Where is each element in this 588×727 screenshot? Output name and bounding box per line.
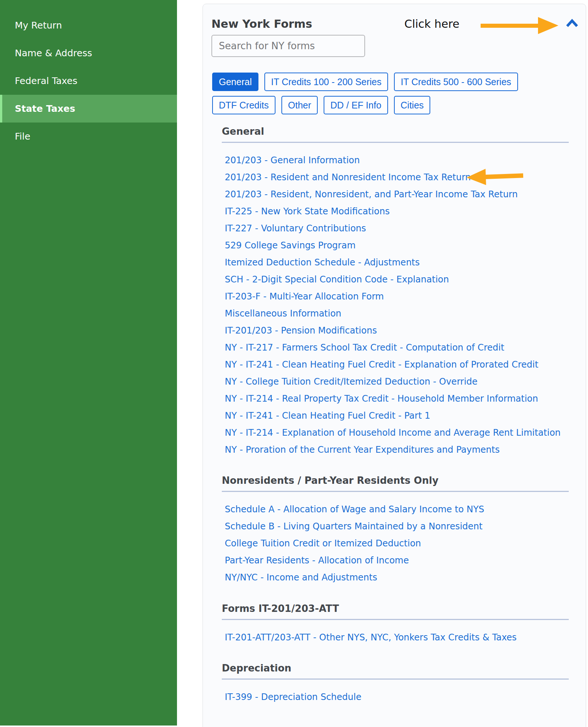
form-link[interactable]: IT-227 - Voluntary Contributions: [225, 220, 366, 237]
chevron-up-icon: [566, 19, 578, 29]
form-link[interactable]: IT-201/203 - Pension Modifications: [225, 322, 377, 339]
form-link-list: IT-201-ATT/203-ATT - Other NYS, NYC, Yon…: [225, 629, 586, 646]
arrow-head: [538, 17, 558, 34]
section-divider: [222, 679, 569, 680]
form-link[interactable]: 201/203 - General Information: [225, 152, 360, 169]
section-general: General 201/203 - General Information 20…: [203, 127, 586, 458]
form-link[interactable]: NY - IT-241 - Clean Heating Fuel Credit …: [225, 407, 430, 424]
filter-button-it-credits-500[interactable]: IT Credits 500 - 600 Series: [394, 73, 518, 91]
form-link[interactable]: NY - IT-217 - Farmers School Tax Credit …: [225, 339, 504, 356]
filter-row-2: DTF Credits Other DD / EF Info Cities: [212, 96, 518, 114]
form-link[interactable]: Part-Year Residents - Allocation of Inco…: [225, 552, 409, 569]
form-link[interactable]: 201/203 - Resident, Nonresident, and Par…: [225, 186, 518, 203]
filter-button-cities[interactable]: Cities: [394, 96, 431, 114]
form-link[interactable]: NY - IT-214 - Real Property Tax Credit -…: [225, 390, 538, 407]
form-link[interactable]: NY - IT-214 - Explanation of Household I…: [225, 424, 561, 441]
section-heading: Depreciation: [222, 663, 586, 673]
form-link-list: IT-399 - Depreciation Schedule: [225, 689, 586, 706]
section-divider: [222, 491, 569, 492]
search-container: [211, 35, 365, 57]
form-link[interactable]: IT-201-ATT/203-ATT - Other NYS, NYC, Yon…: [225, 629, 517, 646]
arrow-tail: [481, 24, 539, 28]
page-title: New York Forms: [211, 17, 312, 30]
form-link[interactable]: NY - Proration of the Current Year Expen…: [225, 441, 500, 458]
form-link[interactable]: Schedule A - Allocation of Wage and Sala…: [225, 501, 484, 518]
form-link[interactable]: Miscellaneous Information: [225, 305, 341, 322]
form-link[interactable]: IT-203-F - Multi-Year Allocation Form: [225, 288, 384, 305]
form-link[interactable]: IT-225 - New York State Modifications: [225, 203, 390, 220]
filter-button-it-credits-100[interactable]: IT Credits 100 - 200 Series: [264, 73, 388, 91]
section-divider: [222, 142, 569, 143]
form-link[interactable]: NY - College Tuition Credit/Itemized Ded…: [225, 373, 478, 390]
form-link[interactable]: 201/203 - Resident and Nonresident Incom…: [225, 169, 471, 186]
section-divider: [222, 619, 569, 620]
form-category-filters: General IT Credits 100 - 200 Series IT C…: [212, 73, 518, 114]
filter-button-general[interactable]: General: [212, 73, 258, 91]
sidebar-item-federal-taxes[interactable]: Federal Taxes: [0, 67, 177, 95]
annotation-arrow-left-icon: [466, 167, 524, 185]
form-link[interactable]: Schedule B - Living Quarters Maintained …: [225, 518, 482, 535]
annotation-arrow-right-icon: [481, 17, 558, 34]
filter-button-dd-ef-info[interactable]: DD / EF Info: [324, 96, 388, 114]
collapse-panel-button[interactable]: [566, 19, 578, 29]
sidebar-item-my-return[interactable]: My Return: [0, 11, 177, 39]
sidebar: My Return Name & Address Federal Taxes S…: [0, 0, 177, 726]
search-input[interactable]: [211, 35, 365, 57]
filter-button-dtf-credits[interactable]: DTF Credits: [212, 96, 275, 114]
filter-row-1: General IT Credits 100 - 200 Series IT C…: [212, 73, 518, 91]
section-heading: Nonresidents / Part-Year Residents Only: [222, 476, 586, 485]
section-depreciation: Depreciation IT-399 - Depreciation Sched…: [203, 663, 586, 706]
arrow-tail: [485, 173, 523, 179]
sidebar-item-name-address[interactable]: Name & Address: [0, 39, 177, 67]
form-link[interactable]: NY/NYC - Income and Adjustments: [225, 569, 377, 586]
section-nonresidents: Nonresidents / Part-Year Residents Only …: [203, 476, 586, 586]
click-here-annotation: Click here: [404, 17, 460, 30]
form-link[interactable]: SCH - 2-Digit Special Condition Code - E…: [225, 271, 449, 288]
arrow-head: [466, 169, 486, 186]
filter-button-other[interactable]: Other: [281, 96, 318, 114]
form-link[interactable]: NY - IT-241 - Clean Heating Fuel Credit …: [225, 356, 538, 373]
form-link-list: Schedule A - Allocation of Wage and Sala…: [225, 501, 586, 586]
section-forms-att: Forms IT-201/203-ATT IT-201-ATT/203-ATT …: [203, 604, 586, 646]
form-link[interactable]: College Tuition Credit or Itemized Deduc…: [225, 535, 421, 552]
sidebar-item-state-taxes[interactable]: State Taxes: [0, 95, 177, 123]
form-link-list: 201/203 - General Information 201/203 - …: [225, 152, 586, 458]
section-heading: Forms IT-201/203-ATT: [222, 604, 586, 613]
sidebar-item-file[interactable]: File: [0, 123, 177, 150]
form-link[interactable]: Itemized Deduction Schedule - Adjustment…: [225, 254, 420, 271]
form-link[interactable]: 529 College Savings Program: [225, 237, 355, 254]
form-link[interactable]: IT-399 - Depreciation Schedule: [225, 689, 361, 706]
section-heading: General: [222, 127, 586, 136]
new-york-forms-panel: New York Forms Click here General IT Cre…: [203, 4, 586, 727]
